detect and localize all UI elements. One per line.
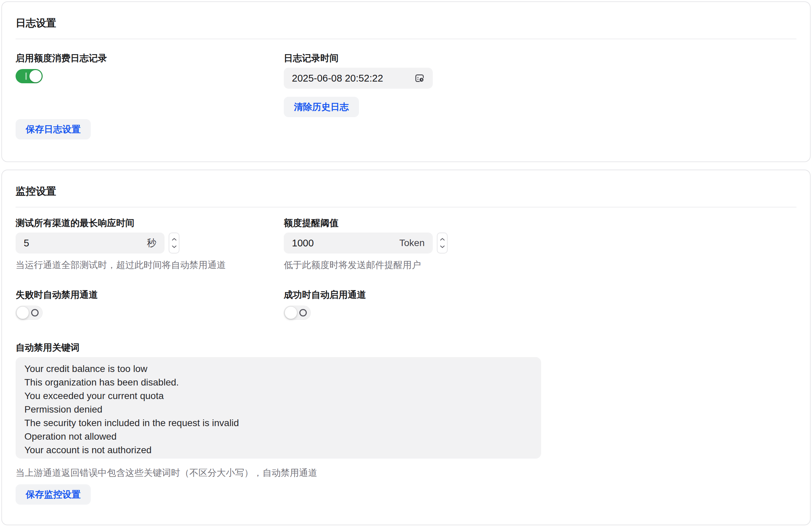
response-time-stepper[interactable] [169, 233, 179, 253]
toggle-on-bar-icon [25, 72, 27, 80]
toggle-off-ring-icon [31, 309, 39, 317]
keywords-textarea[interactable]: Your credit balance is too low This orga… [16, 357, 541, 459]
quota-threshold-stepper[interactable] [437, 233, 448, 253]
response-time-input[interactable]: 秒 [16, 233, 164, 253]
log-settings-card: 日志设置 启用额度消费日志记录 日志记录时间 [1, 1, 811, 162]
quota-threshold-label: 额度提醒阈值 [284, 217, 796, 229]
log-time-label: 日志记录时间 [284, 52, 796, 64]
log-settings-title: 日志设置 [16, 2, 796, 30]
toggle-knob [29, 70, 42, 82]
auto-enable-toggle[interactable] [284, 306, 311, 320]
enable-log-field: 启用额度消费日志记录 [16, 52, 284, 83]
response-time-value[interactable] [24, 238, 142, 249]
auto-enable-label: 成功时自动启用通道 [284, 289, 796, 301]
toggle-knob [285, 307, 297, 319]
stepper-up-icon[interactable] [437, 238, 447, 241]
quota-threshold-field: 额度提醒阈值 Token 低于此额度时将发送邮 [284, 217, 796, 271]
calendar-clock-icon[interactable] [415, 73, 425, 83]
stepper-up-icon[interactable] [169, 238, 179, 241]
keywords-label: 自动禁用关键词 [16, 341, 796, 354]
monitor-settings-card: 监控设置 测试所有渠道的最长响应时间 秒 [1, 170, 811, 525]
response-time-field: 测试所有渠道的最长响应时间 秒 当运行通道全部 [16, 217, 284, 271]
log-time-value[interactable] [292, 73, 410, 84]
enable-log-label: 启用额度消费日志记录 [16, 52, 284, 64]
stepper-down-icon[interactable] [169, 245, 179, 248]
toggle-off-ring-icon [299, 309, 307, 317]
auto-enable-field: 成功时自动启用通道 [284, 289, 796, 320]
save-monitor-settings-button[interactable]: 保存监控设置 [16, 484, 91, 505]
keywords-help: 当上游通道返回错误中包含这些关键词时（不区分大小写），自动禁用通道 [16, 467, 796, 479]
response-time-unit: 秒 [147, 237, 157, 249]
quota-threshold-value[interactable] [292, 238, 394, 249]
quota-threshold-input[interactable]: Token [284, 233, 433, 253]
auto-disable-label: 失败时自动禁用通道 [16, 289, 284, 301]
save-log-settings-button[interactable]: 保存日志设置 [16, 119, 91, 140]
auto-disable-field: 失败时自动禁用通道 [16, 289, 284, 320]
toggle-knob [17, 307, 29, 319]
quota-threshold-help: 低于此额度时将发送邮件提醒用户 [284, 259, 796, 271]
response-time-label: 测试所有渠道的最长响应时间 [16, 217, 284, 229]
stepper-down-icon[interactable] [437, 245, 447, 248]
log-time-input[interactable] [284, 68, 433, 89]
quota-threshold-unit: Token [399, 238, 425, 248]
auto-disable-toggle[interactable] [16, 306, 43, 320]
clear-history-logs-button[interactable]: 清除历史日志 [284, 97, 359, 117]
enable-log-toggle[interactable] [16, 69, 43, 83]
log-time-field: 日志记录时间 [284, 52, 796, 117]
response-time-help: 当运行通道全部测试时，超过此时间将自动禁用通道 [16, 259, 284, 271]
monitor-settings-title: 监控设置 [16, 170, 796, 199]
